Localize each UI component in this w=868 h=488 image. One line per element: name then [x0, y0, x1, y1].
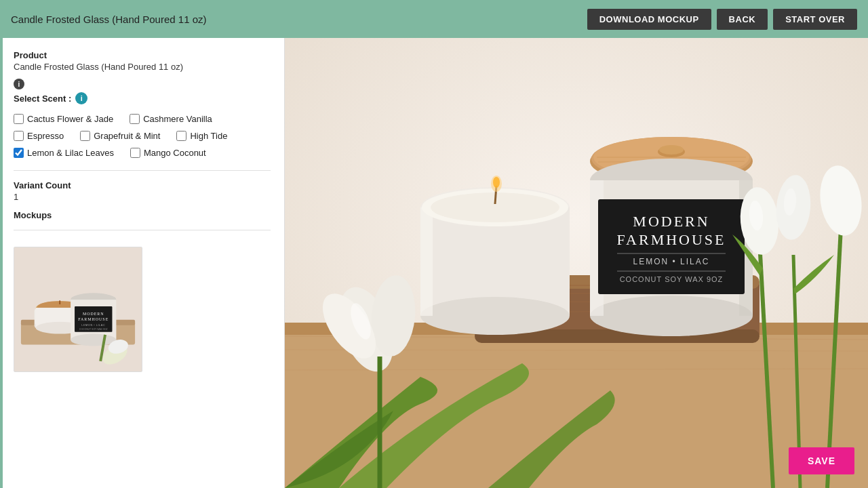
svg-point-12: [71, 334, 116, 346]
start-over-button[interactable]: START OVER: [773, 9, 857, 30]
scent-checkbox-high-tide[interactable]: [176, 131, 186, 141]
scent-label-cactus: Cactus Flower & Jade: [27, 114, 113, 124]
scent-label-grapefruit: Grapefruit & Mint: [94, 131, 160, 141]
svg-text:COCONUT SOY WAX 9OZ: COCONUT SOY WAX 9OZ: [620, 275, 724, 283]
svg-text:MODERN: MODERN: [83, 312, 104, 316]
back-button[interactable]: BACK: [717, 9, 768, 30]
header: Candle Frosted Glass (Hand Poured 11 oz)…: [0, 0, 868, 38]
select-scent-row: Select Scent : i: [14, 92, 271, 104]
svg-text:COCONUT SOY WAX 9OZ: COCONUT SOY WAX 9OZ: [79, 328, 108, 331]
header-buttons: DOWNLOAD MOCKUP BACK START OVER: [587, 9, 857, 30]
svg-text:FARMHOUSE: FARMHOUSE: [78, 317, 108, 321]
scent-checkbox-lemon[interactable]: [14, 148, 24, 158]
mockup-thumbnail[interactable]: MODERN FARMHOUSE LEMON • LILAC COCONUT S…: [14, 247, 142, 372]
svg-point-53: [590, 296, 753, 336]
divider: [14, 170, 271, 171]
header-title: Candle Frosted Glass (Hand Poured 11 oz): [11, 14, 206, 25]
main-layout: Product Candle Frosted Glass (Hand Poure…: [0, 38, 868, 488]
variant-count-value: 1: [14, 192, 271, 202]
scent-checkbox-mango[interactable]: [130, 148, 140, 158]
scents-row-1: Cactus Flower & Jade Cashmere Vanilla: [14, 114, 271, 124]
scent-item-high-tide[interactable]: High Tide: [176, 131, 227, 141]
product-value: Candle Frosted Glass (Hand Poured 11 oz): [14, 62, 271, 72]
svg-text:FARMHOUSE: FARMHOUSE: [616, 231, 726, 248]
save-button-container: SAVE: [789, 447, 854, 474]
scent-item-cashmere[interactable]: Cashmere Vanilla: [130, 114, 212, 124]
info-icon[interactable]: i: [14, 79, 24, 89]
save-button[interactable]: SAVE: [789, 447, 854, 474]
mockups-label: Mockups: [14, 210, 271, 220]
scent-label-cashmere: Cashmere Vanilla: [143, 114, 212, 124]
right-panel: MODERN FARMHOUSE LEMON • LILAC COCONUT S…: [285, 38, 868, 488]
scent-checkbox-cashmere[interactable]: [130, 114, 140, 124]
info-row: i: [14, 79, 271, 89]
svg-point-43: [493, 177, 500, 188]
divider-2: [14, 230, 271, 230]
scent-item-lemon[interactable]: Lemon & Lilac Leaves: [14, 148, 114, 158]
svg-text:LEMON • LILAC: LEMON • LILAC: [633, 257, 710, 266]
svg-text:MODERN: MODERN: [633, 213, 709, 230]
scent-item-espresso[interactable]: Espresso: [14, 131, 64, 141]
scent-label-mango: Mango Coconut: [144, 148, 206, 158]
scent-checkbox-grapefruit[interactable]: [80, 131, 90, 141]
svg-point-37: [420, 297, 570, 335]
scent-checkbox-cactus[interactable]: [14, 114, 24, 124]
scent-label-espresso: Espresso: [27, 131, 64, 141]
select-scent-label: Select Scent :: [14, 94, 71, 104]
scents-row-3: Lemon & Lilac Leaves Mango Coconut: [14, 148, 271, 158]
scent-label-high-tide: High Tide: [190, 131, 227, 141]
scent-item-cactus[interactable]: Cactus Flower & Jade: [14, 114, 113, 124]
scent-checkbox-espresso[interactable]: [14, 131, 24, 141]
mockup-thumbnail-area: MODERN FARMHOUSE LEMON • LILAC COCONUT S…: [14, 240, 271, 379]
scent-item-grapefruit[interactable]: Grapefruit & Mint: [80, 131, 160, 141]
product-label: Product: [14, 50, 271, 60]
thumbnail-svg: MODERN FARMHOUSE LEMON • LILAC COCONUT S…: [14, 247, 142, 372]
scents-grid: Cactus Flower & Jade Cashmere Vanilla Es…: [14, 114, 271, 158]
svg-point-50: [659, 145, 684, 155]
left-panel: Product Candle Frosted Glass (Hand Poure…: [0, 38, 285, 488]
scent-info-icon[interactable]: i: [75, 92, 87, 104]
scent-label-lemon: Lemon & Lilac Leaves: [27, 148, 114, 158]
svg-text:LEMON • LILAC: LEMON • LILAC: [81, 323, 105, 327]
scent-item-mango[interactable]: Mango Coconut: [130, 148, 206, 158]
main-candle-scene-svg: MODERN FARMHOUSE LEMON • LILAC COCONUT S…: [285, 38, 868, 488]
svg-rect-38: [420, 207, 433, 316]
variant-count-label: Variant Count: [14, 180, 271, 190]
download-mockup-button[interactable]: DOWNLOAD MOCKUP: [587, 9, 711, 30]
left-edge-indicator: [0, 38, 3, 488]
scents-row-2: Espresso Grapefruit & Mint High Tide: [14, 131, 271, 141]
